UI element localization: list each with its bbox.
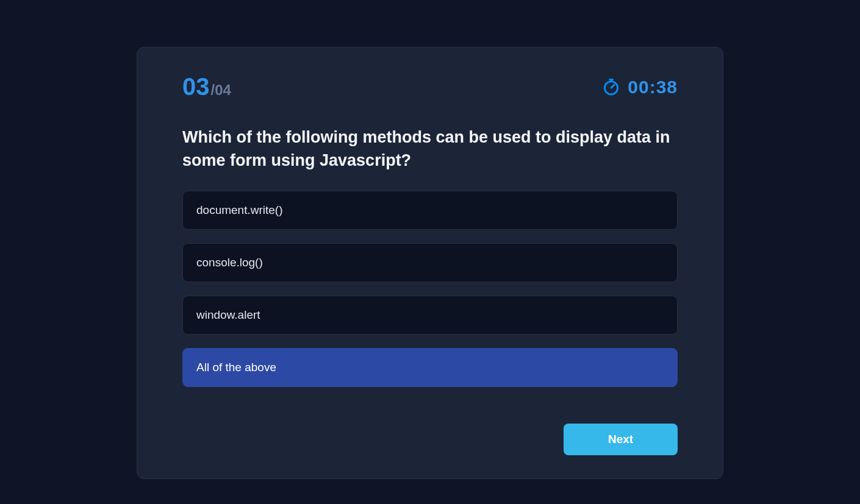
quiz-header: 03 /04 00:38 — [182, 73, 678, 101]
stopwatch-icon — [602, 78, 620, 96]
option-1[interactable]: console.log() — [182, 243, 678, 282]
svg-line-1 — [611, 85, 614, 88]
progress-total: /04 — [211, 82, 231, 99]
option-0[interactable]: document.write() — [182, 191, 678, 230]
option-2[interactable]: window.alert — [182, 296, 678, 335]
quiz-card: 03 /04 00:38 Which of the following meth… — [137, 47, 723, 479]
quiz-footer: Next — [182, 424, 678, 455]
progress-current: 03 — [182, 73, 210, 101]
next-button[interactable]: Next — [564, 424, 678, 455]
question-text: Which of the following methods can be us… — [182, 126, 678, 172]
option-3[interactable]: All of the above — [182, 348, 678, 387]
timer: 00:38 — [602, 77, 678, 98]
question-progress: 03 /04 — [182, 73, 231, 101]
timer-value: 00:38 — [628, 77, 678, 98]
options-list: document.write() console.log() window.al… — [182, 191, 678, 387]
